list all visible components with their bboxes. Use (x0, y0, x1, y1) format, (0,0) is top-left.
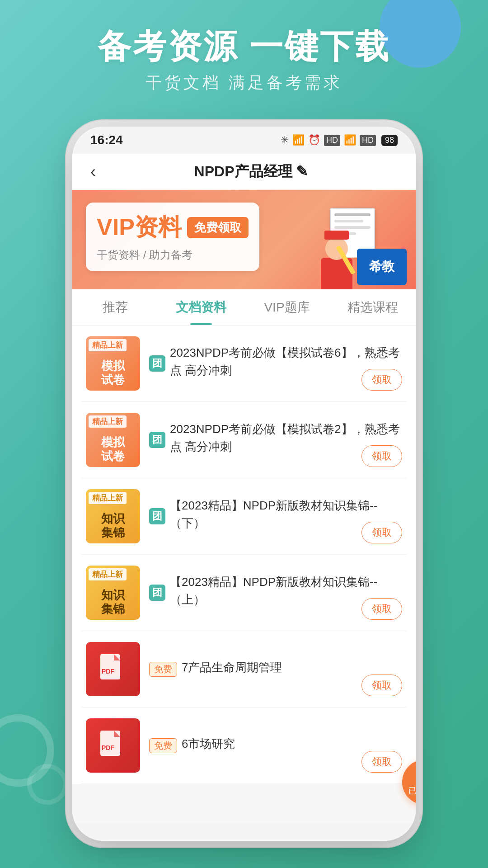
resource-title: 6市场研究 (182, 735, 402, 753)
resource-thumbnail: PDF (86, 642, 140, 696)
header-title: 备考资源 一键下载 (0, 27, 488, 66)
free-badge: 免费 (149, 662, 177, 677)
vip-banner[interactable]: VIP资料 免费领取 干货资料 / 助力备考 (72, 190, 416, 289)
thumb-main-text: 模拟试卷 (86, 359, 140, 387)
tab-courses[interactable]: 精选课程 (330, 289, 416, 325)
status-icons: ✳ 📶 ⏰ HD 📶 HD 98 (281, 134, 398, 146)
group-badge: 团 (149, 585, 165, 601)
thumb-main-text: 模拟试卷 (86, 435, 140, 463)
pdf-file-icon: PDF (99, 730, 127, 761)
status-time: 16:24 (90, 133, 123, 147)
battery-indicator: 98 (381, 135, 398, 146)
resource-item: 精品上新 模拟试卷 团 2023NPDP考前必做【模拟试卷6】，熟悉考点 高分冲… (81, 326, 407, 402)
resource-thumbnail: 精品上新 知识集锦 (86, 489, 140, 543)
banner-desc: 干货资料 / 助力备考 (97, 248, 249, 262)
claim-button[interactable]: 领取 (361, 369, 402, 391)
claim-button[interactable]: 领取 (361, 598, 402, 620)
banner-free-badge[interactable]: 免费领取 (187, 217, 249, 238)
tab-recommend[interactable]: 推荐 (72, 289, 158, 325)
claim-button[interactable]: 领取 (361, 675, 402, 696)
nav-bar: ‹ NPDP产品经理 ✎ (72, 154, 416, 190)
resource-item: 精品上新 模拟试卷 团 2023NPDP考前必做【模拟试卷2】，熟悉考点 高分冲… (81, 402, 407, 478)
status-bar: 16:24 ✳ 📶 ⏰ HD 📶 HD 98 (72, 127, 416, 154)
resource-item: 精品上新 知识集锦 团 【2023精品】NPDP新版教材知识集锦--（上） 领取 (81, 555, 407, 631)
phone-mockup: 16:24 ✳ 📶 ⏰ HD 📶 HD 98 ‹ NPDP产品经理 ✎ VIP资… (72, 127, 416, 841)
resource-title: 7产品生命周期管理 (182, 659, 402, 676)
resource-list: 精品上新 模拟试卷 团 2023NPDP考前必做【模拟试卷6】，熟悉考点 高分冲… (72, 326, 416, 784)
signal2-icon: 📶 (344, 134, 356, 146)
resource-thumbnail: 精品上新 模拟试卷 (86, 413, 140, 467)
tab-docs[interactable]: 文档资料 (158, 289, 244, 325)
free-badge: 免费 (149, 738, 177, 753)
thumb-label: 精品上新 (89, 492, 127, 504)
resource-thumbnail: PDF (86, 718, 140, 773)
signal-icon: 📶 (292, 134, 305, 146)
floating-btn-label: 已领资料 (408, 785, 416, 796)
claim-button[interactable]: 领取 (361, 751, 402, 773)
group-badge: 团 (149, 355, 165, 372)
bluetooth-icon: ✳ (281, 134, 289, 146)
thumb-label: 精品上新 (89, 415, 127, 428)
hd-icon: HD (324, 135, 340, 146)
resource-thumbnail: 精品上新 模拟试卷 (86, 336, 140, 391)
banner-card: VIP资料 免费领取 干货资料 / 助力备考 (86, 203, 259, 271)
group-badge: 团 (149, 508, 165, 524)
alarm-icon: ⏰ (308, 134, 320, 146)
thumb-main-text: 知识集锦 (86, 512, 140, 540)
resource-thumbnail: 精品上新 知识集锦 (86, 566, 140, 620)
resource-item: 精品上新 知识集锦 团 【2023精品】NPDP新版教材知识集锦--（下） 领取 (81, 478, 407, 555)
svg-text:PDF: PDF (102, 744, 114, 751)
banner-illustration: 希教 (316, 199, 407, 289)
bg-circle-bottom-left2 (27, 764, 68, 805)
group-badge: 团 (149, 432, 165, 448)
content-area: VIP资料 免费领取 干货资料 / 助力备考 (72, 190, 416, 823)
tab-bar: 推荐 文档资料 VIP题库 精选课程 (72, 289, 416, 326)
thumb-main-text: 知识集锦 (86, 588, 140, 616)
pdf-file-icon: PDF (99, 653, 127, 685)
hd2-icon: HD (360, 135, 376, 146)
header-subtitle: 干货文档 满足备考需求 (0, 72, 488, 94)
tab-vip-bank[interactable]: VIP题库 (244, 289, 330, 325)
header-area: 备考资源 一键下载 干货文档 满足备考需求 (0, 27, 488, 94)
claim-button[interactable]: 领取 (361, 522, 402, 543)
resource-item: PDF 免费 6市场研究 领取 (81, 708, 407, 784)
banner-vip-text: VIP资料 (97, 212, 182, 243)
resource-item: PDF 免费 7产品生命周期管理 领取 (81, 631, 407, 708)
back-button[interactable]: ‹ (86, 158, 100, 186)
thumb-label: 精品上新 (89, 339, 127, 351)
claim-button[interactable]: 领取 (361, 445, 402, 467)
thumb-label: 精品上新 (89, 568, 127, 580)
page-title: NPDP产品经理 ✎ (100, 162, 402, 182)
svg-text:PDF: PDF (102, 668, 114, 675)
